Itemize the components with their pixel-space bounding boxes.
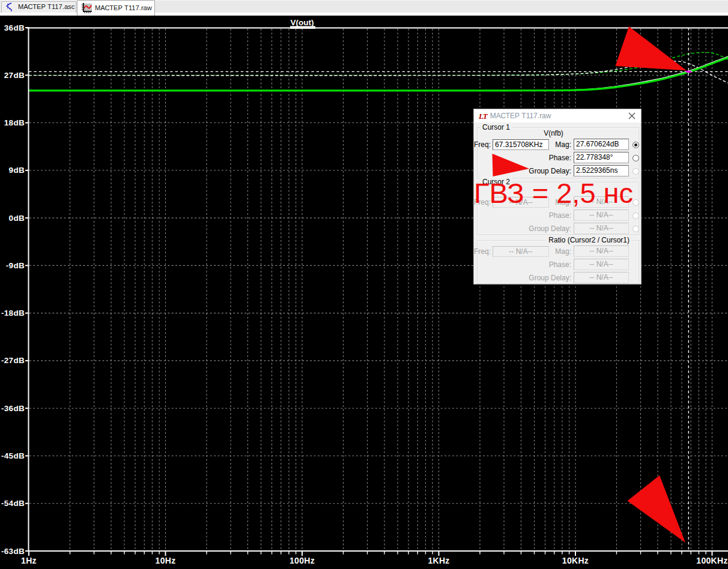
ltspice-logo-icon: LT <box>479 113 487 119</box>
cursor1-freq-label: Freq: <box>474 140 490 149</box>
cursor2-phase-field[interactable]: -- N/A-- <box>574 209 629 221</box>
ratio-phase-field[interactable]: -- N/A-- <box>574 259 629 270</box>
waveform-icon <box>82 3 92 13</box>
cursor1-phase-radio[interactable] <box>632 155 639 161</box>
cursor1-mag-field[interactable]: 27.670624dB <box>574 139 629 150</box>
cursor1-phase-field[interactable]: 22.778348° <box>574 152 629 163</box>
x-axis-tick-label: 10Hz <box>156 556 176 565</box>
cursor2-group-label: Cursor 2 <box>481 178 512 186</box>
cursor2-mag-field[interactable]: -- N/A-- <box>574 196 629 208</box>
ratio-group-label: Ratio (Cursor2 / Cursor1) <box>547 236 631 244</box>
waveform-plot: 36dB27dB18dB9dB0dB-9dB-18dB-27dB-36dB-45… <box>0 0 728 569</box>
tab-waveform[interactable]: МАСТЕР Т117.raw <box>77 0 155 16</box>
x-axis-tick-label: 1Hz <box>21 556 37 565</box>
cursor2-freq-label: Freq: <box>474 198 490 206</box>
cursor2-mag-label: Mag: <box>534 198 571 206</box>
y-axis-tick-label: 0dB <box>9 214 25 223</box>
y-axis-tick-label: -27dB <box>1 356 25 365</box>
y-axis-tick-label: -18dB <box>1 309 25 318</box>
cursor2-group-delay-field[interactable]: -- N/A-- <box>574 223 629 234</box>
y-axis-tick-label: -45dB <box>1 451 25 460</box>
x-axis-tick-label: 100KHz <box>696 556 727 565</box>
cursor2-group-delay-label: Group Delay: <box>525 224 571 233</box>
y-axis-tick-label: -36dB <box>1 404 25 413</box>
close-icon[interactable] <box>628 112 636 120</box>
plot-background <box>0 16 728 567</box>
y-axis-tick-label: -9dB <box>6 261 25 270</box>
cursor-dialog[interactable]: LT МАСТЕР Т117.raw Cursor 1 V(nfb) Freq:… <box>473 109 642 284</box>
x-axis-tick-label: 10KHz <box>562 556 589 565</box>
cursor-dialog-titlebar[interactable]: LT МАСТЕР Т117.raw <box>474 109 641 122</box>
cursor1-mag-label: Mag: <box>534 140 571 149</box>
x-axis-tick-label: 1KHz <box>428 556 449 565</box>
y-axis-tick-label: 9dB <box>9 166 25 175</box>
ratio-freq-label: Freq: <box>474 247 490 256</box>
cursor-dialog-title: МАСТЕР Т117.raw <box>490 112 551 120</box>
y-axis-tick-label: -54dB <box>1 499 25 508</box>
ltspice-window: МАСТЕР Т117.asc МАСТЕР Т117.raw 36dB27dB… <box>0 0 728 569</box>
ratio-mag-label: Mag: <box>534 247 571 256</box>
x-axis-tick-label: 100Hz <box>290 556 315 565</box>
ratio-mag-field[interactable]: -- N/A-- <box>574 245 629 257</box>
cursor1-mag-radio[interactable] <box>632 142 639 148</box>
cursor-marker[interactable] <box>686 71 691 73</box>
cursor1-phase-label: Phase: <box>534 154 571 162</box>
cursor2-phase-label: Phase: <box>534 211 571 220</box>
cursor1-group-delay-radio[interactable] <box>632 168 639 175</box>
ratio-phase-label: Phase: <box>534 260 571 269</box>
y-axis-tick-label: 18dB <box>4 118 25 127</box>
y-axis-tick-label: 36dB <box>4 23 25 32</box>
cursor2-group-delay-radio[interactable] <box>632 226 639 232</box>
y-axis-tick-label: -63dB <box>1 547 25 556</box>
cursor1-group-delay-field[interactable]: 2.5229365ns <box>574 165 629 176</box>
trace-label[interactable]: V(out) <box>291 18 314 27</box>
ratio-group-delay-field[interactable]: -- N/A-- <box>574 272 629 283</box>
ratio-group-delay-label: Group Delay: <box>525 274 571 282</box>
tab-waveform-label: МАСТЕР Т117.raw <box>95 4 152 11</box>
cursor1-group-delay-label: Group Delay: <box>525 167 571 175</box>
y-axis-tick-label: 27dB <box>4 71 25 80</box>
cursor1-trace-name: V(nfb) <box>507 129 600 137</box>
cursor2-phase-radio[interactable] <box>632 212 639 219</box>
cursor2-mag-radio[interactable] <box>632 199 639 206</box>
